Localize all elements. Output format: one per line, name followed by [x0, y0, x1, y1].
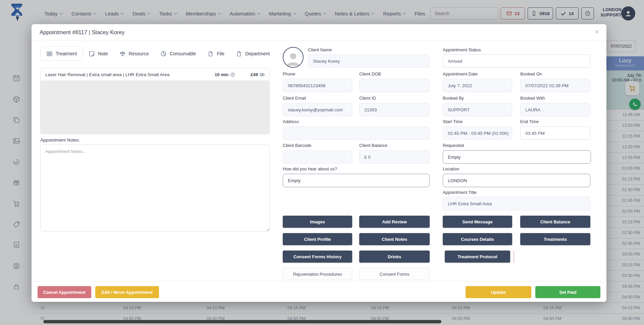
- tab-department[interactable]: Department: [230, 47, 275, 61]
- treatment-protocol-button[interactable]: Treatment Protocol: [445, 251, 510, 263]
- modal-body: Treatment Note Resource Consumable File: [32, 41, 606, 281]
- client-profile-button[interactable]: Client Profile: [283, 233, 352, 245]
- appointment-title-label: Appointment Title: [443, 190, 476, 195]
- client-id-label: Client ID: [359, 96, 376, 101]
- client-balance-button[interactable]: Client Balance: [520, 216, 590, 228]
- client-dob-label: Client DOB: [359, 71, 381, 76]
- treatment-list: Laser Hair Removal | Extra small area | …: [40, 68, 270, 134]
- modal-title: Appointment #8117 | Stacey Korey: [40, 29, 124, 36]
- requested-label: Requested: [443, 143, 464, 148]
- consent-forms-history-button[interactable]: Consent Forms History: [283, 251, 352, 263]
- hear-about-label: How did you hear about us?: [283, 166, 337, 171]
- add-review-button[interactable]: Add Review: [359, 216, 430, 228]
- drinks-button[interactable]: Drinks: [359, 251, 430, 263]
- client-email-label: Client Email: [283, 96, 306, 101]
- client-barcode-label: Client Barcode: [283, 143, 311, 148]
- start-time-field[interactable]: 02:45 PM - 03:45 PM (01:00h): [443, 126, 512, 140]
- requested-select[interactable]: Empty: [443, 150, 591, 164]
- tab-resource[interactable]: Resource: [114, 47, 155, 61]
- courses-details-button[interactable]: Courses Details: [443, 233, 512, 245]
- client-balance-label: Client Balance: [359, 143, 387, 148]
- appointment-modal: Appointment #8117 | Stacey Korey × Treat…: [32, 24, 606, 302]
- tab-bar: Treatment Note Resource Consumable File: [40, 47, 275, 61]
- end-time-label: End Time: [520, 119, 539, 124]
- modal-footer: Cancel Appointment Edit / Move Appointme…: [32, 281, 606, 302]
- screen: Today Contacts Leads Deals Tasks Members…: [0, 0, 644, 325]
- hear-about-select[interactable]: Empty: [283, 174, 430, 187]
- close-icon[interactable]: ×: [595, 28, 599, 36]
- address-field[interactable]: [283, 126, 430, 140]
- send-message-button[interactable]: Send Message: [443, 216, 512, 228]
- treatment-price: £49: [251, 72, 265, 77]
- tab-treatment[interactable]: Treatment: [40, 47, 83, 61]
- status-label: Appointment Status: [443, 47, 481, 52]
- clock-icon: [230, 72, 235, 77]
- images-button[interactable]: Images: [283, 216, 352, 228]
- phone-label: Phone: [283, 71, 296, 76]
- location-select[interactable]: LONDON: [443, 174, 590, 187]
- banknote-icon: [260, 72, 265, 77]
- appointment-notes-input[interactable]: [40, 145, 270, 231]
- end-time-field[interactable]: 03:45 PM: [520, 126, 590, 140]
- file-icon: [207, 51, 214, 57]
- client-barcode-field[interactable]: [283, 150, 352, 164]
- pie-icon: [160, 51, 167, 57]
- client-balance-field[interactable]: £ 0: [359, 150, 430, 164]
- rejuvenation-procedures-button[interactable]: Rejuvenation Procedures: [283, 268, 352, 280]
- tab-file[interactable]: File: [202, 47, 230, 61]
- update-button[interactable]: Update: [466, 286, 531, 298]
- focus-indicator: [514, 251, 514, 263]
- treatment-duration: 10 min: [215, 72, 235, 77]
- status-select[interactable]: Arrived: [443, 54, 590, 68]
- note-icon: [89, 51, 95, 57]
- client-avatar[interactable]: [283, 47, 304, 68]
- client-email-field[interactable]: stacey.korey@yopmail.com: [283, 103, 352, 116]
- file-icon: [236, 51, 242, 57]
- list-icon: [46, 51, 53, 57]
- client-name-field[interactable]: Stacey Korey: [308, 54, 430, 68]
- tab-note[interactable]: Note: [83, 47, 114, 61]
- tab-consumable[interactable]: Consumable: [155, 47, 202, 61]
- booked-on-field[interactable]: 07/07/2022 02:39 PM: [520, 79, 590, 92]
- consent-forms-button[interactable]: Consent Forms: [359, 268, 430, 280]
- appointment-date-label: Appointment Date: [443, 71, 478, 76]
- client-id-field[interactable]: 21303: [359, 103, 430, 116]
- appointment-date-field[interactable]: July 7, 2022: [443, 79, 512, 92]
- booked-on-label: Booked On: [520, 71, 542, 76]
- phone-field[interactable]: 067895432123456: [283, 79, 352, 92]
- client-name-label: Client Name: [308, 47, 332, 52]
- booked-with-field[interactable]: LAURA: [520, 103, 590, 116]
- client-notes-button[interactable]: Client Notes: [359, 233, 430, 245]
- address-label: Address: [283, 119, 299, 124]
- modal-header: Appointment #8117 | Stacey Korey ×: [32, 24, 606, 41]
- set-paid-button[interactable]: Set Paid: [535, 286, 600, 298]
- edit-move-appointment-button[interactable]: Edit / Move Appointment: [95, 286, 159, 298]
- cancel-appointment-button[interactable]: Cancel Appointment: [38, 286, 91, 298]
- client-dob-field[interactable]: [359, 79, 430, 92]
- start-time-label: Start Time: [443, 119, 463, 124]
- treatment-name: Laser Hair Removal | Extra small area | …: [45, 72, 215, 77]
- booked-by-field[interactable]: SUPPORT: [443, 103, 512, 116]
- booked-by-label: Booked By: [443, 96, 464, 101]
- appointment-notes-label: Appointment Notes:: [40, 138, 80, 143]
- appointment-title-field[interactable]: LHR Extra Small Area: [443, 197, 590, 210]
- treatment-row[interactable]: Laser Hair Removal | Extra small area | …: [41, 68, 269, 81]
- location-label: Location: [443, 166, 459, 171]
- scale-icon: [119, 51, 126, 57]
- person-icon: [284, 50, 302, 67]
- treatments-button[interactable]: Treatments: [520, 233, 590, 245]
- booked-with-label: Booked With: [520, 96, 545, 101]
